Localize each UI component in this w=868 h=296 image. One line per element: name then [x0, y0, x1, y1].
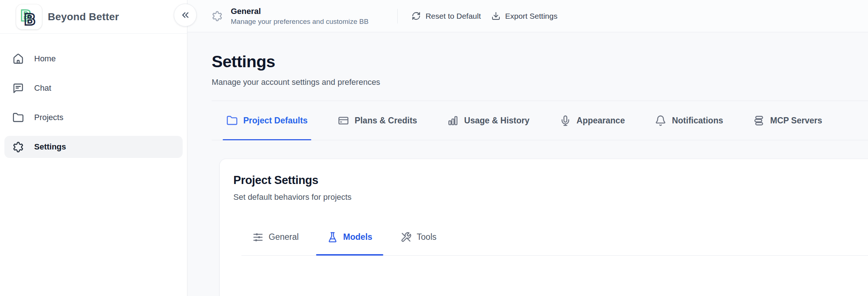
credit-card-icon [338, 115, 349, 126]
microphone-icon [560, 115, 571, 126]
main-area: General Manage your preferences and cust… [187, 0, 868, 296]
header-divider [397, 9, 398, 24]
reset-to-default-button[interactable]: Reset to Default [406, 8, 486, 24]
subtab-label: General [269, 232, 299, 242]
export-settings-button[interactable]: Export Settings [486, 8, 563, 24]
export-settings-label: Export Settings [505, 12, 557, 21]
sidebar-item-label: Projects [34, 113, 63, 122]
folder-icon [12, 112, 24, 123]
tab-plans-credits[interactable]: Plans & Credits [334, 101, 421, 140]
brand-name: Beyond Better [48, 11, 119, 23]
tab-usage-history[interactable]: Usage & History [444, 101, 533, 140]
gear-icon [12, 141, 24, 153]
header-title-block: General Manage your preferences and cust… [212, 7, 369, 26]
bell-icon [655, 115, 666, 126]
settings-tab-bar: Project Defaults Plans & Credits Usage &… [212, 101, 868, 140]
folder-icon [226, 115, 238, 126]
sidebar-header: B B Beyond Better [0, 0, 187, 34]
sidebar-item-settings[interactable]: Settings [4, 136, 183, 158]
server-stack-icon [753, 115, 765, 126]
sidebar-nav: Home Chat Projects Settings [0, 34, 187, 172]
tab-project-defaults[interactable]: Project Defaults [223, 101, 311, 140]
settings-page: Settings Manage your account settings an… [187, 32, 868, 296]
download-icon [491, 11, 501, 21]
subtab-general[interactable]: General [241, 219, 310, 255]
subtab-label: Tools [417, 232, 437, 242]
sidebar-item-label: Settings [34, 142, 66, 152]
beyond-better-logo-icon: B B [18, 6, 40, 28]
sidebar-item-chat[interactable]: Chat [4, 77, 183, 99]
tab-mcp-servers[interactable]: MCP Servers [750, 101, 826, 140]
tab-label: Appearance [577, 116, 625, 126]
tab-label: Plans & Credits [355, 116, 417, 126]
tools-icon [401, 232, 412, 243]
sidebar-item-projects[interactable]: Projects [4, 107, 183, 129]
card-title: Project Settings [233, 174, 868, 187]
project-settings-card: Project Settings Set default behaviors f… [219, 159, 868, 296]
house-icon [12, 53, 24, 65]
gear-icon [212, 11, 223, 22]
sidebar-item-home[interactable]: Home [4, 48, 183, 70]
page-subtitle: Manage your account settings and prefere… [212, 77, 868, 87]
page-title: Settings [212, 52, 868, 71]
tab-appearance[interactable]: Appearance [556, 101, 629, 140]
sliders-icon [252, 232, 263, 243]
tab-label: Notifications [672, 116, 723, 126]
flask-icon [327, 232, 338, 243]
double-chevron-left-icon [180, 10, 191, 21]
sidebar-collapse-button[interactable] [174, 4, 197, 26]
tab-notifications[interactable]: Notifications [651, 101, 727, 140]
tab-label: Usage & History [464, 116, 530, 126]
page-header: General Manage your preferences and cust… [187, 0, 868, 32]
reset-to-default-label: Reset to Default [426, 12, 481, 21]
bar-chart-icon [447, 115, 459, 126]
chat-bubble-icon [12, 83, 24, 94]
header-title: General [231, 7, 369, 16]
sidebar-item-label: Home [34, 54, 56, 64]
subtab-models[interactable]: Models [316, 219, 383, 255]
sidebar-item-label: Chat [34, 83, 51, 93]
subtab-tools[interactable]: Tools [390, 219, 448, 255]
app-logo[interactable]: B B [16, 4, 42, 29]
project-settings-tab-bar: General Models Tools [241, 219, 868, 256]
subtab-label: Models [343, 232, 372, 242]
tab-label: MCP Servers [770, 116, 822, 126]
svg-text:B: B [24, 11, 36, 28]
sidebar: B B Beyond Better Home Chat Projects [0, 0, 187, 296]
refresh-icon [412, 11, 421, 21]
tab-label: Project Defaults [243, 116, 308, 126]
header-subtitle: Manage your preferences and customize BB [231, 18, 369, 26]
card-subtitle: Set default behaviors for projects [233, 192, 868, 202]
